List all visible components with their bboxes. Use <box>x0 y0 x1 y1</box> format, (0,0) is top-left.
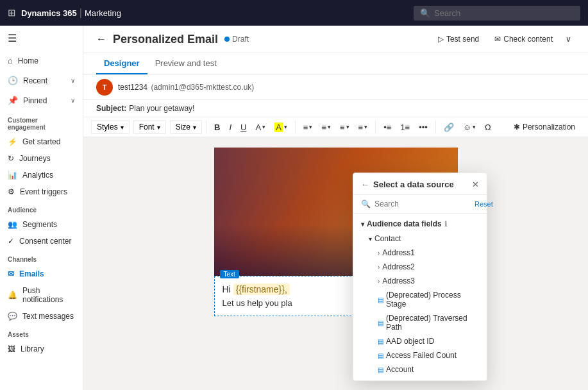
emoji-button[interactable]: ☺ ▾ <box>459 121 480 134</box>
sidebar-item-text-messages[interactable]: 💬 Text messages <box>0 308 83 325</box>
field-address1[interactable]: › Address1 <box>353 246 487 260</box>
sidebar-item-segments[interactable]: 👥 Segments <box>0 216 83 233</box>
field-deprecated-traversed-path[interactable]: ▤ (Deprecated) Traversed Path <box>353 311 487 334</box>
dep-process-icon: ▤ <box>378 296 383 303</box>
library-icon: 🖼 <box>8 344 15 353</box>
line-height-button[interactable]: ≡ ▾ <box>355 121 372 134</box>
draft-dot <box>224 37 230 42</box>
subject-bar: Subject: Plan your getaway! <box>83 100 588 117</box>
underline-button[interactable]: U <box>237 121 250 134</box>
field-address3[interactable]: › Address3 <box>353 274 487 288</box>
font-color-caret-icon: ▾ <box>262 124 265 130</box>
sidebar-item-emails[interactable]: ✉ Emails <box>0 266 83 282</box>
field-account[interactable]: ▤ Account <box>353 362 487 377</box>
sidebar-item-recent[interactable]: 🕒 Recent ∨ <box>0 71 83 90</box>
field-access-failed-count[interactable]: ▤ Access Failed Count <box>353 348 487 362</box>
event-triggers-icon: ⚙ <box>8 187 15 196</box>
search-bar[interactable]: 🔍 <box>414 6 580 21</box>
section-audience: Audience <box>0 200 83 216</box>
test-send-button[interactable]: ▷ Test send <box>432 32 485 46</box>
symbol-button[interactable]: Ω <box>481 121 495 134</box>
sidebar-item-consent-center[interactable]: ✓ Consent center <box>0 233 83 250</box>
tabs-bar: Designer Preview and test <box>83 53 588 75</box>
emails-icon: ✉ <box>8 269 14 278</box>
app-name: Dynamics 365 <box>21 8 77 18</box>
sidebar-item-get-started[interactable]: ⚡ Get started <box>0 133 83 150</box>
check-content-icon: ✉ <box>494 35 501 44</box>
journeys-icon: ↻ <box>8 154 14 163</box>
account-label: Account <box>386 365 414 374</box>
sidebar-item-library[interactable]: 🖼 Library <box>0 341 83 357</box>
sidebar-item-home[interactable]: ⌂ Home <box>0 51 83 71</box>
audience-data-fields-section[interactable]: ▾ Audience data fields ℹ <box>353 216 487 232</box>
modal-search-input[interactable] <box>374 199 471 208</box>
grid-icon[interactable]: ⊞ <box>8 7 16 19</box>
back-button[interactable]: ← <box>96 33 106 45</box>
section-customer-engagement: Customer engagement <box>0 110 83 133</box>
styles-dropdown[interactable]: Styles ▾ <box>91 120 130 134</box>
section-channels: Channels <box>0 250 83 266</box>
app-module: Marketing <box>85 8 121 18</box>
indent-caret-icon: ▾ <box>346 124 349 130</box>
sidebar-item-journeys[interactable]: ↻ Journeys <box>0 150 83 167</box>
modal-search-icon: 🔍 <box>361 199 371 208</box>
user-info: test1234 (admin1@d365-mkttest.co.uk) <box>118 83 254 92</box>
styles-caret-icon: ▾ <box>121 124 124 131</box>
avatar: T <box>96 79 113 96</box>
numbered-button[interactable]: 1≡ <box>396 121 414 134</box>
sidebar-label-analytics: Analytics <box>22 171 53 180</box>
subject-label: Subject: <box>96 104 126 113</box>
personalization-button[interactable]: ✱ Personalization <box>508 121 580 133</box>
field-address2[interactable]: › Address2 <box>353 260 487 274</box>
italic-button[interactable]: I <box>225 121 235 134</box>
analytics-icon: 📊 <box>8 171 17 180</box>
search-icon: 🔍 <box>420 8 430 18</box>
draft-label: Draft <box>232 35 249 44</box>
email-canvas: Text ↺ 🗑 □ ⊹ Hi {{firstname}}, Let us he… <box>83 137 588 390</box>
address1-expand-icon: › <box>378 250 380 257</box>
reset-link[interactable]: Reset <box>475 200 493 208</box>
font-color-button[interactable]: A ▾ <box>251 121 269 134</box>
more-button[interactable]: ••• <box>415 121 432 134</box>
size-caret-icon: ▾ <box>193 124 196 131</box>
highlight-button[interactable]: A ▾ <box>271 121 291 134</box>
tab-preview-test[interactable]: Preview and test <box>147 53 224 74</box>
recent-expand-icon: ∨ <box>71 77 75 84</box>
search-input[interactable] <box>434 8 574 18</box>
bullet-button[interactable]: •≡ <box>380 121 395 134</box>
sidebar-label-text-messages: Text messages <box>22 312 74 321</box>
link-button[interactable]: 🔗 <box>440 121 458 134</box>
aad-icon: ▤ <box>378 338 383 345</box>
sidebar-item-push-notifications[interactable]: 🔔 Push notifications <box>0 282 83 308</box>
field-aad-object-id[interactable]: ▤ AAD object ID <box>353 334 487 348</box>
sidebar-item-event-triggers[interactable]: ⚙ Event triggers <box>0 183 83 200</box>
tab-designer[interactable]: Designer <box>96 53 147 74</box>
field-deprecated-process-stage[interactable]: ▤ (Deprecated) Process Stage <box>353 288 487 311</box>
field-accountidname[interactable]: ▤ accountidname <box>353 377 487 380</box>
hamburger-button[interactable]: ☰ <box>0 26 83 51</box>
font-dropdown[interactable]: Font ▾ <box>133 120 166 134</box>
size-dropdown[interactable]: Size ▾ <box>170 120 202 134</box>
check-content-label: Check content <box>503 35 553 44</box>
indent-button[interactable]: ≡ ▾ <box>336 121 353 134</box>
draft-badge: Draft <box>224 35 249 44</box>
sidebar: ☰ ⌂ Home 🕒 Recent ∨ 📌 Pinned ∨ Customer … <box>0 26 83 390</box>
modal-title-text: Select a data source <box>373 180 454 189</box>
user-name: test1234 <box>118 83 147 92</box>
sidebar-label-library: Library <box>21 344 44 353</box>
modal-back-button[interactable]: ← <box>361 180 369 189</box>
sidebar-label-get-started: Get started <box>22 137 60 146</box>
modal-close-button[interactable]: ✕ <box>472 180 479 189</box>
bold-button[interactable]: B <box>210 121 224 134</box>
sidebar-item-analytics[interactable]: 📊 Analytics <box>0 167 83 183</box>
contact-section[interactable]: ▾ Contact <box>353 232 487 246</box>
highlight-caret-icon: ▾ <box>284 124 287 130</box>
accountidname-icon: ▤ <box>378 380 383 381</box>
check-content-button[interactable]: ✉ Check content <box>488 32 559 46</box>
consent-center-icon: ✓ <box>8 237 14 246</box>
sidebar-item-pinned[interactable]: 📌 Pinned ∨ <box>0 90 83 110</box>
chevron-button[interactable]: ∨ <box>562 32 575 46</box>
list-button[interactable]: ≡ ▾ <box>317 121 335 134</box>
align-button[interactable]: ≡ ▾ <box>299 121 317 134</box>
modal-title: ← Select a data source <box>361 180 454 189</box>
